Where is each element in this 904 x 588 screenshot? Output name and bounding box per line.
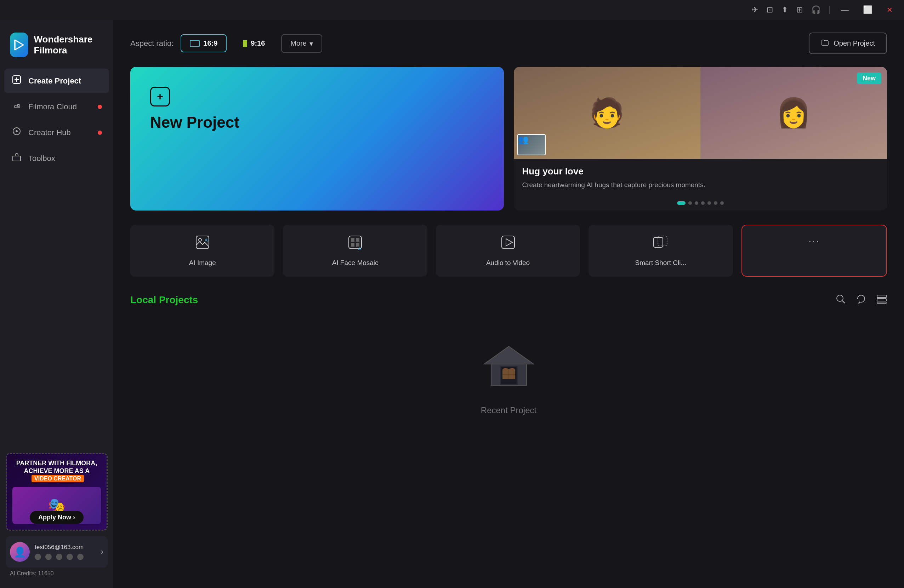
sidebar-item-label: Creator Hub xyxy=(28,128,71,137)
carousel-dot-2[interactable] xyxy=(688,201,692,205)
sidebar-bottom: PARTNER WITH FILMORA, ACHIEVE MORE AS A … xyxy=(0,453,113,581)
aspect-169-icon xyxy=(190,40,200,47)
more-button[interactable]: More ▾ xyxy=(281,34,322,53)
featured-card[interactable]: 🧑 👥 👩 New Hug your love xyxy=(514,67,887,211)
featured-image-left: 🧑 👥 xyxy=(514,67,700,159)
send-icon[interactable]: ✈ xyxy=(752,5,758,14)
tool-label: AI Face Mosaic xyxy=(332,259,379,267)
empty-house-icon xyxy=(480,339,537,397)
promo-title: PARTNER WITH FILMORA, ACHIEVE MORE AS A … xyxy=(13,460,101,482)
tool-more[interactable]: ··· xyxy=(741,225,887,277)
list-view-icon[interactable] xyxy=(876,294,887,307)
aspect-169-button[interactable]: 16:9 xyxy=(180,34,227,52)
svg-rect-12 xyxy=(351,238,354,242)
upload-icon[interactable]: ⬆ xyxy=(781,5,788,14)
svg-rect-26 xyxy=(877,302,886,304)
new-badge: New xyxy=(857,73,881,84)
sidebar-item-label: Create Project xyxy=(28,76,81,86)
user-email: test056@163.com xyxy=(35,544,96,551)
ai-image-icon: AI xyxy=(195,235,210,253)
user-expand-icon[interactable]: › xyxy=(101,547,103,556)
minimize-button[interactable]: — xyxy=(838,4,852,16)
tool-smart-short-clip[interactable]: Smart Short Cli... xyxy=(588,225,733,277)
tool-audio-to-video[interactable]: Audio to Video xyxy=(436,225,580,277)
sidebar: Wondershare Filmora Create Project Filmo… xyxy=(0,20,113,588)
aspect-916-button[interactable]: 9:16 xyxy=(234,34,274,52)
local-projects-title: Local Projects xyxy=(130,294,198,306)
refresh-icon[interactable] xyxy=(856,294,866,307)
cloud-icon xyxy=(11,101,22,112)
tool-label: Smart Short Cli... xyxy=(635,259,687,267)
sidebar-item-toolbox[interactable]: Toolbox xyxy=(4,146,109,170)
grid-icon[interactable]: ⊞ xyxy=(797,5,803,14)
svg-text:AI: AI xyxy=(358,247,361,250)
user-icon-3 xyxy=(56,554,62,560)
open-project-button[interactable]: Open Project xyxy=(809,33,887,54)
new-project-label: New Project xyxy=(150,114,484,131)
create-project-icon xyxy=(11,75,22,87)
empty-state: Recent Project xyxy=(130,318,887,437)
app-name: Wondershare Filmora xyxy=(34,34,103,56)
svg-rect-25 xyxy=(877,299,886,301)
ai-face-mosaic-icon: AI xyxy=(348,235,363,253)
sidebar-item-create-project[interactable]: Create Project xyxy=(4,69,109,93)
audio-to-video-icon xyxy=(500,235,516,253)
tool-ai-image[interactable]: AI AI Image xyxy=(130,225,274,277)
search-icon[interactable] xyxy=(835,294,846,307)
user-area: 👤 test056@163.com › xyxy=(6,536,107,568)
empty-label: Recent Project xyxy=(481,405,536,415)
aspect-ratio-label: Aspect ratio: xyxy=(130,39,174,48)
carousel-dots xyxy=(514,197,887,211)
ai-credits: AI Credits: 11650 xyxy=(6,570,107,581)
close-button[interactable]: ✕ xyxy=(884,4,896,16)
carousel-dot-3[interactable] xyxy=(695,201,698,205)
svg-point-6 xyxy=(16,130,18,132)
user-icons xyxy=(35,554,96,560)
smart-short-clip-icon xyxy=(653,235,669,253)
carousel-dot-1[interactable] xyxy=(677,201,686,205)
more-tools-icon: ··· xyxy=(808,235,820,247)
chevron-down-icon: ▾ xyxy=(310,39,313,48)
featured-image-inset: 👥 xyxy=(517,134,546,155)
featured-images: 🧑 👥 👩 New xyxy=(514,67,887,159)
logo-area: Wondershare Filmora xyxy=(0,27,113,69)
user-icon-4 xyxy=(66,554,73,560)
user-icon-1 xyxy=(35,554,41,560)
ai-tools-row: AI AI Image AI AI Face Mosaic Audio to V… xyxy=(130,225,887,277)
svg-point-21 xyxy=(837,295,843,301)
sidebar-item-creator-hub[interactable]: Creator Hub xyxy=(4,120,109,145)
featured-title: Hug your love xyxy=(522,166,879,177)
carousel-dot-7[interactable] xyxy=(720,201,724,205)
svg-rect-24 xyxy=(877,295,886,298)
carousel-dot-6[interactable] xyxy=(714,201,718,205)
svg-rect-15 xyxy=(356,243,359,247)
sidebar-item-filmora-cloud[interactable]: Filmora Cloud xyxy=(4,95,109,119)
svg-marker-18 xyxy=(506,239,512,246)
svg-point-9 xyxy=(199,238,201,241)
projects-grid: + New Project 🧑 👥 � xyxy=(130,67,887,211)
featured-description: Create heartwarming AI hugs that capture… xyxy=(522,180,879,190)
sidebar-item-label: Filmora Cloud xyxy=(28,102,77,112)
promo-banner[interactable]: PARTNER WITH FILMORA, ACHIEVE MORE AS A … xyxy=(6,453,107,531)
svg-rect-13 xyxy=(356,238,359,242)
apply-now-button[interactable]: Apply Now › xyxy=(30,511,84,524)
svg-rect-14 xyxy=(351,243,354,247)
user-icon-5 xyxy=(77,554,84,560)
new-project-card[interactable]: + New Project xyxy=(130,67,504,211)
aspect-916-icon xyxy=(243,40,247,47)
avatar: 👤 xyxy=(10,542,30,562)
creator-hub-icon xyxy=(11,127,22,138)
tool-label: AI Image xyxy=(189,259,216,267)
nav-items: Create Project Filmora Cloud Creator Hub xyxy=(0,69,113,170)
tool-ai-face-mosaic[interactable]: AI AI Face Mosaic xyxy=(283,225,427,277)
featured-info: Hug your love Create heartwarming AI hug… xyxy=(514,159,887,197)
maximize-button[interactable]: ⬜ xyxy=(860,4,875,16)
titlebar-divider xyxy=(829,6,830,14)
screen-icon[interactable]: ⊡ xyxy=(767,5,773,14)
carousel-dot-5[interactable] xyxy=(708,201,711,205)
headset-icon[interactable]: 🎧 xyxy=(811,5,821,14)
promo-highlight: VIDEO CREATOR xyxy=(32,475,84,482)
notification-dot xyxy=(98,105,102,109)
carousel-dot-4[interactable] xyxy=(701,201,705,205)
user-info: test056@163.com xyxy=(35,544,96,560)
